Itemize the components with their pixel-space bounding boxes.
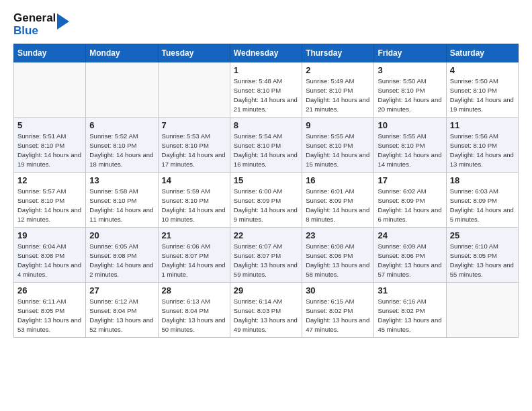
logo-text-blue: Blue xyxy=(13,25,56,38)
day-info: Sunrise: 5:49 AM Sunset: 8:10 PM Dayligh… xyxy=(306,77,370,113)
day-info: Sunrise: 6:04 AM Sunset: 8:08 PM Dayligh… xyxy=(17,242,82,279)
day-number: 13 xyxy=(89,175,154,185)
day-info: Sunrise: 6:08 AM Sunset: 8:06 PM Dayligh… xyxy=(306,242,370,279)
calendar-cell: 23Sunrise: 6:08 AM Sunset: 8:06 PM Dayli… xyxy=(302,228,374,283)
day-info: Sunrise: 5:53 AM Sunset: 8:10 PM Dayligh… xyxy=(162,132,226,169)
logo-chevron-icon xyxy=(57,13,69,34)
calendar-cell: 22Sunrise: 6:07 AM Sunset: 8:07 PM Dayli… xyxy=(230,228,302,283)
day-info: Sunrise: 5:56 AM Sunset: 8:10 PM Dayligh… xyxy=(450,132,515,169)
day-number: 15 xyxy=(234,175,298,185)
day-number: 27 xyxy=(89,285,154,295)
day-info: Sunrise: 6:00 AM Sunset: 8:09 PM Dayligh… xyxy=(234,187,298,224)
calendar-cell: 26Sunrise: 6:11 AM Sunset: 8:05 PM Dayli… xyxy=(14,283,86,338)
day-info: Sunrise: 6:01 AM Sunset: 8:09 PM Dayligh… xyxy=(306,187,370,224)
calendar-cell: 27Sunrise: 6:12 AM Sunset: 8:04 PM Dayli… xyxy=(86,283,158,338)
day-info: Sunrise: 5:54 AM Sunset: 8:10 PM Dayligh… xyxy=(234,132,298,169)
day-info: Sunrise: 6:16 AM Sunset: 8:02 PM Dayligh… xyxy=(378,297,442,334)
day-number: 6 xyxy=(89,120,154,130)
day-number: 9 xyxy=(306,120,370,130)
day-number: 16 xyxy=(306,175,370,185)
day-info: Sunrise: 6:11 AM Sunset: 8:05 PM Dayligh… xyxy=(17,297,82,334)
day-info: Sunrise: 5:52 AM Sunset: 8:10 PM Dayligh… xyxy=(89,132,154,169)
day-info: Sunrise: 6:06 AM Sunset: 8:07 PM Dayligh… xyxy=(162,242,226,279)
day-number: 26 xyxy=(17,285,82,295)
logo-text-general: General xyxy=(13,12,56,25)
calendar-cell: 15Sunrise: 6:00 AM Sunset: 8:09 PM Dayli… xyxy=(230,173,302,228)
logo: General Blue xyxy=(13,12,69,37)
calendar-cell: 1Sunrise: 5:48 AM Sunset: 8:10 PM Daylig… xyxy=(230,62,302,118)
calendar-cell: 21Sunrise: 6:06 AM Sunset: 8:07 PM Dayli… xyxy=(158,228,230,283)
calendar-cell xyxy=(86,62,158,118)
day-number: 21 xyxy=(162,230,226,240)
day-info: Sunrise: 5:55 AM Sunset: 8:10 PM Dayligh… xyxy=(306,132,370,169)
weekday-header-wednesday: Wednesday xyxy=(230,44,302,62)
weekday-header-saturday: Saturday xyxy=(446,44,518,62)
weekday-header-friday: Friday xyxy=(374,44,446,62)
day-info: Sunrise: 6:09 AM Sunset: 8:06 PM Dayligh… xyxy=(378,242,442,279)
calendar-cell: 12Sunrise: 5:57 AM Sunset: 8:10 PM Dayli… xyxy=(14,173,86,228)
calendar-cell: 3Sunrise: 5:50 AM Sunset: 8:10 PM Daylig… xyxy=(374,62,446,118)
day-number: 20 xyxy=(89,230,154,240)
day-info: Sunrise: 6:05 AM Sunset: 8:08 PM Dayligh… xyxy=(89,242,154,279)
day-number: 18 xyxy=(450,175,515,185)
day-number: 30 xyxy=(306,285,370,295)
calendar-cell xyxy=(158,62,230,118)
day-number: 11 xyxy=(450,120,515,130)
calendar-cell: 9Sunrise: 5:55 AM Sunset: 8:10 PM Daylig… xyxy=(302,118,374,173)
day-info: Sunrise: 6:14 AM Sunset: 8:03 PM Dayligh… xyxy=(234,297,298,334)
calendar-cell: 18Sunrise: 6:03 AM Sunset: 8:09 PM Dayli… xyxy=(446,173,518,228)
page: General Blue SundayMondayTuesdayWednesda… xyxy=(0,0,532,350)
calendar-cell: 19Sunrise: 6:04 AM Sunset: 8:08 PM Dayli… xyxy=(14,228,86,283)
day-info: Sunrise: 5:58 AM Sunset: 8:10 PM Dayligh… xyxy=(89,187,154,224)
day-number: 14 xyxy=(162,175,226,185)
day-info: Sunrise: 5:50 AM Sunset: 8:10 PM Dayligh… xyxy=(378,77,442,113)
day-info: Sunrise: 5:50 AM Sunset: 8:10 PM Dayligh… xyxy=(450,77,515,113)
calendar-cell: 14Sunrise: 5:59 AM Sunset: 8:10 PM Dayli… xyxy=(158,173,230,228)
day-info: Sunrise: 6:02 AM Sunset: 8:09 PM Dayligh… xyxy=(378,187,442,224)
weekday-header-monday: Monday xyxy=(86,44,158,62)
day-info: Sunrise: 5:59 AM Sunset: 8:10 PM Dayligh… xyxy=(162,187,226,224)
day-number: 31 xyxy=(378,285,442,295)
day-info: Sunrise: 6:03 AM Sunset: 8:09 PM Dayligh… xyxy=(450,187,515,224)
day-number: 19 xyxy=(17,230,82,240)
day-info: Sunrise: 6:13 AM Sunset: 8:04 PM Dayligh… xyxy=(162,297,226,334)
day-number: 28 xyxy=(162,285,226,295)
week-row-2: 5Sunrise: 5:51 AM Sunset: 8:10 PM Daylig… xyxy=(14,118,519,173)
calendar-cell: 29Sunrise: 6:14 AM Sunset: 8:03 PM Dayli… xyxy=(230,283,302,338)
day-number: 10 xyxy=(378,120,442,130)
weekday-header-sunday: Sunday xyxy=(14,44,86,62)
calendar-cell xyxy=(14,62,86,118)
day-info: Sunrise: 6:07 AM Sunset: 8:07 PM Dayligh… xyxy=(234,242,298,279)
calendar-cell: 24Sunrise: 6:09 AM Sunset: 8:06 PM Dayli… xyxy=(374,228,446,283)
calendar-cell: 10Sunrise: 5:55 AM Sunset: 8:10 PM Dayli… xyxy=(374,118,446,173)
day-number: 4 xyxy=(450,65,515,75)
calendar-cell: 28Sunrise: 6:13 AM Sunset: 8:04 PM Dayli… xyxy=(158,283,230,338)
calendar-cell: 30Sunrise: 6:15 AM Sunset: 8:02 PM Dayli… xyxy=(302,283,374,338)
calendar-cell: 20Sunrise: 6:05 AM Sunset: 8:08 PM Dayli… xyxy=(86,228,158,283)
svg-marker-0 xyxy=(57,13,69,30)
day-number: 12 xyxy=(17,175,82,185)
day-info: Sunrise: 6:10 AM Sunset: 8:05 PM Dayligh… xyxy=(450,242,515,279)
day-number: 23 xyxy=(306,230,370,240)
day-number: 1 xyxy=(234,65,298,75)
calendar-cell xyxy=(446,283,518,338)
day-number: 2 xyxy=(306,65,370,75)
calendar-cell: 7Sunrise: 5:53 AM Sunset: 8:10 PM Daylig… xyxy=(158,118,230,173)
calendar-cell: 25Sunrise: 6:10 AM Sunset: 8:05 PM Dayli… xyxy=(446,228,518,283)
day-number: 25 xyxy=(450,230,515,240)
calendar-cell: 11Sunrise: 5:56 AM Sunset: 8:10 PM Dayli… xyxy=(446,118,518,173)
week-row-3: 12Sunrise: 5:57 AM Sunset: 8:10 PM Dayli… xyxy=(14,173,519,228)
calendar-cell: 2Sunrise: 5:49 AM Sunset: 8:10 PM Daylig… xyxy=(302,62,374,118)
calendar-table: SundayMondayTuesdayWednesdayThursdayFrid… xyxy=(13,44,519,338)
calendar-cell: 17Sunrise: 6:02 AM Sunset: 8:09 PM Dayli… xyxy=(374,173,446,228)
weekday-header-thursday: Thursday xyxy=(302,44,374,62)
calendar-cell: 16Sunrise: 6:01 AM Sunset: 8:09 PM Dayli… xyxy=(302,173,374,228)
day-number: 8 xyxy=(234,120,298,130)
calendar-cell: 5Sunrise: 5:51 AM Sunset: 8:10 PM Daylig… xyxy=(14,118,86,173)
day-info: Sunrise: 6:15 AM Sunset: 8:02 PM Dayligh… xyxy=(306,297,370,334)
day-info: Sunrise: 5:55 AM Sunset: 8:10 PM Dayligh… xyxy=(378,132,442,169)
day-info: Sunrise: 5:48 AM Sunset: 8:10 PM Dayligh… xyxy=(234,77,298,113)
week-row-4: 19Sunrise: 6:04 AM Sunset: 8:08 PM Dayli… xyxy=(14,228,519,283)
calendar-cell: 31Sunrise: 6:16 AM Sunset: 8:02 PM Dayli… xyxy=(374,283,446,338)
calendar-cell: 6Sunrise: 5:52 AM Sunset: 8:10 PM Daylig… xyxy=(86,118,158,173)
